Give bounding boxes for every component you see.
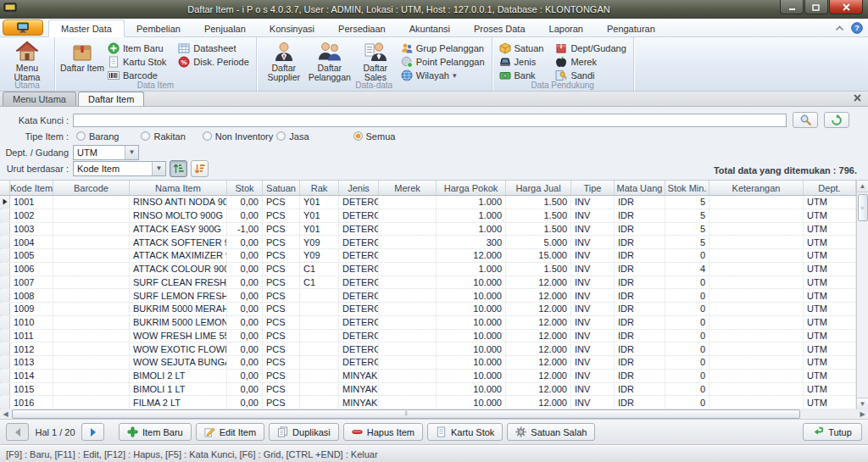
- next-page-button[interactable]: [81, 423, 104, 441]
- column-header-satuan[interactable]: Satuan: [263, 181, 300, 195]
- ribbon-tab-konsinyasi[interactable]: Konsinyasi: [258, 20, 326, 36]
- column-header-nama-item[interactable]: Nama Item: [130, 181, 227, 195]
- keyword-input[interactable]: [73, 114, 787, 127]
- help-icon[interactable]: ?: [851, 22, 863, 34]
- doc-tab-menu-utama[interactable]: Menu Utama: [3, 92, 76, 106]
- ribbon-tab-persediaan[interactable]: Persediaan: [326, 20, 398, 36]
- ribbon-tab-penjualan[interactable]: Penjualan: [192, 20, 258, 36]
- column-header-kode-item[interactable]: Kode Item: [10, 181, 53, 195]
- collapse-ribbon-icon[interactable]: [835, 25, 844, 31]
- table-row[interactable]: 1012WOW EXOTIC FLOWER 550G0,00PCSDETERGE…: [0, 342, 868, 356]
- vertical-scroll-thumb[interactable]: ≡: [858, 194, 868, 221]
- minimize-button[interactable]: [780, 0, 804, 14]
- ribbon-tab-laporan[interactable]: Laporan: [537, 20, 595, 36]
- ribbon-button-sandi[interactable]: Sandi: [553, 70, 628, 81]
- ribbon-button-jenis[interactable]: Jenis: [497, 56, 547, 68]
- table-row[interactable]: 1004ATTACK SOFTENER 900G0,00PCSY09DETERG…: [0, 236, 868, 249]
- column-header-harga-pokok[interactable]: Harga Pokok: [437, 181, 506, 195]
- column-header-dept[interactable]: Dept.: [804, 181, 856, 195]
- horizontal-scrollbar[interactable]: ◀ ⦀ ▶: [0, 409, 868, 420]
- radio-semua[interactable]: Semua: [353, 131, 396, 142]
- ribbon-button-barcode[interactable]: Barcode: [105, 70, 169, 81]
- column-header-merek[interactable]: Merek: [379, 181, 437, 195]
- vertical-scrollbar[interactable]: ▲ ≡ ▼: [856, 181, 868, 409]
- scroll-up-icon[interactable]: ▲: [857, 181, 868, 192]
- ribbon-button-daftar-supplier[interactable]: Daftar Supplier: [261, 39, 307, 81]
- satuan-salah-button[interactable]: Satuan Salah: [507, 423, 595, 441]
- scroll-left-icon[interactable]: ◀: [0, 409, 11, 420]
- table-row[interactable]: 1015BIMOLI 1 LT0,00PCSMINYAK G...10.0001…: [0, 383, 868, 397]
- table-row[interactable]: 1006ATTACK COLOUR 900G0,00PCSC1DETERGEN1…: [0, 263, 868, 276]
- table-row[interactable]: 1011WOW FRESH LIME 550G0,00PCSDETERGEN10…: [0, 330, 868, 343]
- ribbon-button-dept-gudang[interactable]: Dept/Gudang: [553, 42, 628, 54]
- ribbon-button-daftar-item[interactable]: Daftar Item: [59, 39, 105, 73]
- radio-non-inventory[interactable]: Non Inventory: [203, 131, 273, 142]
- table-row[interactable]: 1005ATTACK MAXIMIZER 900G0,00PCSY09DETER…: [0, 249, 868, 263]
- radio-rakitan[interactable]: Rakitan: [141, 131, 185, 142]
- scroll-down-icon[interactable]: ▼: [857, 398, 868, 409]
- sort-by-dropdown[interactable]: Kode Item ▼: [73, 161, 166, 176]
- table-row[interactable]: 1002RINSO MOLTO 900G0,00PCSY01DETERGEN1.…: [0, 209, 868, 223]
- table-row[interactable]: 1008SURF LEMON FRESH 900G0,00PCSDETERGEN…: [0, 289, 868, 303]
- ribbon-button-merek[interactable]: Merek: [553, 56, 628, 68]
- close-tab-icon[interactable]: [854, 94, 861, 102]
- table-row[interactable]: 1013WOW SEJUTA BUNGA 550G0,00PCSDETERGEN…: [0, 356, 868, 370]
- horizontal-scroll-thumb[interactable]: ⦀: [12, 409, 800, 419]
- ribbon-button-kartu-stok[interactable]: Kartu Stok: [105, 56, 169, 68]
- ribbon-tab-akuntansi[interactable]: Akuntansi: [398, 20, 462, 36]
- cell-harga-pokok: 10.000: [437, 303, 506, 315]
- scroll-right-icon[interactable]: ▶: [857, 409, 868, 420]
- ribbon-button-daftar-sales[interactable]: Daftar Sales: [353, 39, 398, 81]
- sort-ascending-button[interactable]: [170, 160, 187, 177]
- table-row[interactable]: 1014BIMOLI 2 LT0,00PCSMINYAK G...10.0001…: [0, 370, 868, 383]
- table-row[interactable]: 1003ATTACK EASY 900G-1,00PCSY01DETERGEN1…: [0, 223, 868, 237]
- item-baru-button[interactable]: Item Baru: [119, 423, 192, 441]
- duplikasi-button[interactable]: Duplikasi: [269, 423, 339, 441]
- column-header-harga-jual[interactable]: Harga Jual: [506, 181, 571, 195]
- cell-jenis: MINYAK G...: [339, 383, 379, 396]
- restore-button[interactable]: [804, 0, 828, 14]
- ribbon-button-bank[interactable]: Bank: [497, 70, 547, 81]
- radio-jasa[interactable]: Jasa: [276, 131, 309, 142]
- app-menu-button[interactable]: [3, 19, 43, 36]
- dept-dropdown[interactable]: UTM ▼: [73, 145, 139, 160]
- column-header-jenis[interactable]: Jenis: [339, 181, 379, 195]
- column-header-barcode[interactable]: Barcode: [53, 181, 130, 195]
- ribbon-button-satuan[interactable]: Satuan: [497, 42, 547, 54]
- close-button[interactable]: [829, 0, 863, 14]
- ribbon-button-wilayah[interactable]: Wilayah▾: [398, 70, 487, 81]
- ribbon-button-menu-utama[interactable]: Menu Utama: [4, 39, 50, 81]
- prev-page-button[interactable]: [6, 423, 29, 441]
- table-row[interactable]: 1016FILMA 2 LT0,00PCSMINYAK G...10.00012…: [0, 396, 868, 409]
- kartu-stok-button[interactable]: Kartu Stok: [427, 423, 503, 441]
- close-form-button[interactable]: Tutup: [803, 423, 862, 441]
- column-header-tipe[interactable]: Tipe: [571, 181, 615, 195]
- column-header-stok-min[interactable]: Stok Min.: [665, 181, 709, 195]
- hapus-item-button[interactable]: Hapus Item: [343, 423, 423, 441]
- radio-barang[interactable]: Barang: [76, 131, 119, 142]
- doc-tab-daftar-item[interactable]: Daftar Item: [78, 92, 144, 106]
- ribbon-button-item-baru[interactable]: Item Baru: [105, 42, 169, 54]
- column-header-keterangan[interactable]: Keterangan: [709, 181, 804, 195]
- ribbon-tab-pembelian[interactable]: Pembelian: [125, 20, 192, 36]
- ribbon-button-daftar-pelanggan[interactable]: Daftar Pelanggan: [307, 39, 353, 81]
- ribbon-button-datasheet[interactable]: Datasheet: [175, 42, 251, 54]
- column-header-stok[interactable]: Stok: [227, 181, 263, 195]
- refresh-button[interactable]: [824, 112, 849, 128]
- action-buttons: Item BaruEdit ItemDuplikasiHapus ItemKar…: [119, 423, 595, 441]
- table-row[interactable]: 1010BUKRIM 5000 LEMON 550G0,00PCSDETERGE…: [0, 316, 868, 330]
- table-row[interactable]: 1009BUKRIM 5000 MERAH550G0,00PCSDETERGEN…: [0, 303, 868, 316]
- sort-descending-button[interactable]: [191, 160, 209, 177]
- ribbon-tab-proses-data[interactable]: Proses Data: [462, 20, 537, 36]
- ribbon-button-disk-periode[interactable]: %Disk. Periode: [175, 56, 251, 68]
- ribbon-button-point-pelanggan[interactable]: Point Pelanggan: [398, 56, 487, 68]
- ribbon-button-grup-pelanggan[interactable]: Grup Pelanggan: [398, 42, 487, 54]
- column-header-mata-uang[interactable]: Mata Uang: [615, 181, 665, 195]
- ribbon-tab-pengaturan[interactable]: Pengaturan: [595, 20, 667, 36]
- edit-item-button[interactable]: Edit Item: [196, 423, 264, 441]
- table-row[interactable]: 1001RINSO ANTI NODA 900G0,00PCSY01DETERG…: [0, 196, 868, 209]
- column-header-rak[interactable]: Rak: [300, 181, 339, 195]
- ribbon-tab-master-data[interactable]: Master Data: [48, 19, 125, 37]
- table-row[interactable]: 1007SURF CLEAN FRESH 900G0,00PCSC1DETERG…: [0, 276, 868, 290]
- search-button[interactable]: [793, 112, 818, 128]
